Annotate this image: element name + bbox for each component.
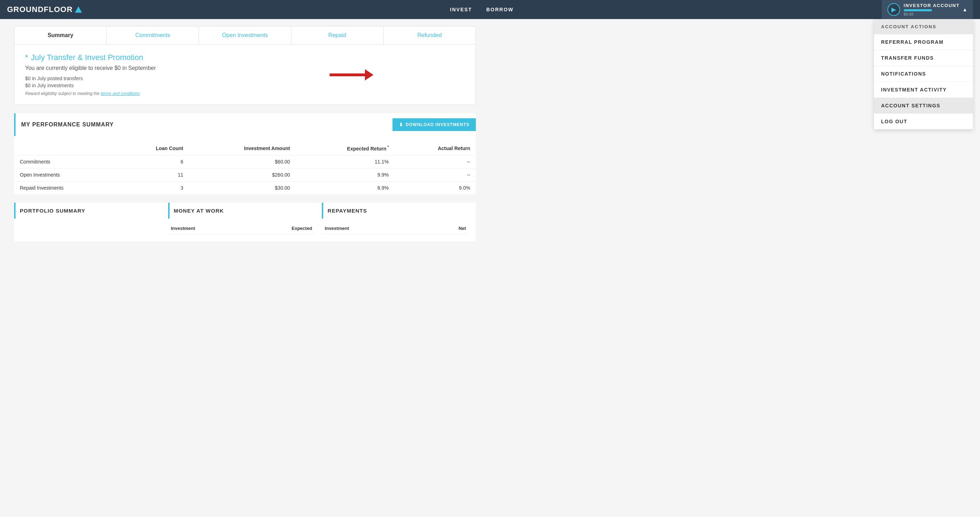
row-loan-count-2: 3 bbox=[116, 181, 189, 194]
money-at-work-table: Investment Expected bbox=[168, 223, 315, 234]
arrow-head bbox=[365, 69, 374, 81]
bottom-grid: PORTFOLIO SUMMARY MONEY AT WORK Investme… bbox=[14, 203, 476, 241]
investor-account-info: INVESTOR ACCOUNT $9.68 bbox=[904, 3, 959, 16]
row-investment-amount-1: $260.00 bbox=[189, 168, 296, 181]
portfolio-summary-section: PORTFOLIO SUMMARY bbox=[14, 203, 168, 241]
table-header-row: Loan Count Investment Amount Expected Re… bbox=[14, 142, 476, 155]
portfolio-summary-header: PORTFOLIO SUMMARY bbox=[14, 203, 161, 219]
nav-borrow[interactable]: BORROW bbox=[486, 7, 513, 13]
row-actual-return-1: -- bbox=[394, 168, 476, 181]
arrow-shaft bbox=[329, 73, 365, 76]
row-investment-amount-2: $30.00 bbox=[189, 181, 296, 194]
performance-summary-header: MY PERFORMANCE SUMMARY ⬇ DOWNLOAD INVEST… bbox=[14, 113, 476, 136]
tab-commitments[interactable]: Commitments bbox=[107, 27, 199, 44]
row-loan-count-1: 11 bbox=[116, 168, 189, 181]
logo-triangle-icon bbox=[75, 6, 82, 13]
performance-summary-title: MY PERFORMANCE SUMMARY bbox=[21, 122, 114, 128]
row-label-commitments: Commitments bbox=[14, 155, 116, 168]
investor-account-label: INVESTOR ACCOUNT bbox=[904, 3, 959, 8]
repayments-header: REPAYMENTS bbox=[322, 203, 469, 219]
repayments-col1: Investment bbox=[322, 223, 424, 234]
promo-title-text: July Transfer & Invest Promotion bbox=[31, 53, 143, 62]
col-actual-return: Actual Return bbox=[394, 142, 476, 155]
row-actual-return-2: 9.0% bbox=[394, 181, 476, 194]
dropdown-header: ACCOUNT ACTIONS bbox=[874, 19, 973, 34]
balance-bar bbox=[904, 9, 932, 11]
portfolio-summary-title: PORTFOLIO SUMMARY bbox=[20, 208, 161, 214]
header: GROUNDFLOOR INVEST BORROW ▶ INVESTOR ACC… bbox=[0, 0, 980, 19]
promo-asterisk-icon: * bbox=[25, 53, 28, 62]
repayments-title: REPAYMENTS bbox=[328, 208, 469, 214]
money-at-work-header: MONEY AT WORK bbox=[168, 203, 315, 219]
download-button-label: DOWNLOAD INVESTMENTS bbox=[406, 122, 469, 127]
money-col1: Investment bbox=[168, 223, 247, 234]
red-arrow bbox=[329, 69, 374, 81]
caret-icon: ▲ bbox=[963, 7, 967, 13]
tabs: Summary Commitments Open Investments Rep… bbox=[14, 26, 476, 44]
table-row: Open Investments 11 $260.00 9.9% -- bbox=[14, 168, 476, 181]
row-investment-amount-0: $60.00 bbox=[189, 155, 296, 168]
logo[interactable]: GROUNDFLOOR bbox=[7, 5, 82, 14]
money-col2: Expected bbox=[247, 223, 315, 234]
dropdown-transfer-funds[interactable]: TRANSFER FUNDS bbox=[874, 50, 973, 66]
dropdown-referral[interactable]: REFERRAL PROGRAM bbox=[874, 34, 973, 50]
money-at-work-header-row: Investment Expected bbox=[168, 223, 315, 234]
promo-detail-2: $0 in July investments bbox=[25, 82, 465, 88]
money-at-work-section: MONEY AT WORK Investment Expected bbox=[168, 203, 322, 241]
download-investments-button[interactable]: ⬇ DOWNLOAD INVESTMENTS bbox=[393, 118, 476, 131]
tab-refunded[interactable]: Refunded bbox=[383, 27, 476, 44]
dropdown-investment-activity[interactable]: INVESTMENT ACTIVITY bbox=[874, 82, 973, 98]
disclaimer-prefix: Reward eligibility subject to meeting th… bbox=[25, 91, 101, 96]
performance-summary-section: MY PERFORMANCE SUMMARY ⬇ DOWNLOAD INVEST… bbox=[14, 113, 476, 194]
terms-link[interactable]: terms and conditions bbox=[101, 91, 140, 96]
row-expected-return-1: 9.9% bbox=[296, 168, 394, 181]
col-investment-amount: Investment Amount bbox=[189, 142, 296, 155]
tab-open-investments[interactable]: Open Investments bbox=[199, 27, 291, 44]
col-expected-return: Expected Return * bbox=[296, 142, 394, 155]
nav-links: INVEST BORROW bbox=[450, 7, 514, 13]
col-label bbox=[14, 142, 116, 155]
dropdown-notifications[interactable]: NOTIFICATIONS bbox=[874, 66, 973, 82]
avatar: ▶ bbox=[888, 3, 900, 16]
row-loan-count-0: 6 bbox=[116, 155, 189, 168]
table-row: Repaid Investments 3 $30.00 8.9% 9.0% bbox=[14, 181, 476, 194]
repayments-section: REPAYMENTS Investment Net bbox=[322, 203, 476, 241]
row-actual-return-0: -- bbox=[394, 155, 476, 168]
dropdown-account-settings[interactable]: ACCOUNT SETTINGS bbox=[874, 98, 973, 114]
promo-section: * July Transfer & Invest Promotion You a… bbox=[14, 44, 476, 105]
promo-disclaimer: Reward eligibility subject to meeting th… bbox=[25, 91, 465, 96]
money-at-work-title: MONEY AT WORK bbox=[174, 208, 315, 214]
investor-account-button[interactable]: ▶ INVESTOR ACCOUNT $9.68 ▲ ACCOUNT ACTIO… bbox=[882, 0, 973, 19]
performance-table: Loan Count Investment Amount Expected Re… bbox=[14, 142, 476, 194]
promo-detail-1: $0 in July posted transfers bbox=[25, 76, 465, 81]
promo-subtitle: You are currently eligible to receive $0… bbox=[25, 65, 465, 71]
row-label-repaid: Repaid Investments bbox=[14, 181, 116, 194]
download-icon: ⬇ bbox=[399, 122, 403, 127]
investor-balance: $9.68 bbox=[904, 12, 959, 16]
tab-summary[interactable]: Summary bbox=[14, 27, 107, 44]
user-icon: ▶ bbox=[891, 6, 896, 13]
main-content: Summary Commitments Open Investments Rep… bbox=[0, 19, 490, 248]
promo-title: * July Transfer & Invest Promotion bbox=[25, 53, 465, 62]
row-expected-return-0: 11.1% bbox=[296, 155, 394, 168]
repayments-col2: Net bbox=[424, 223, 469, 234]
repayments-header-row: Investment Net bbox=[322, 223, 469, 234]
promo-card: * July Transfer & Invest Promotion You a… bbox=[14, 44, 476, 105]
row-label-open: Open Investments bbox=[14, 168, 116, 181]
col-loan-count: Loan Count bbox=[116, 142, 189, 155]
logo-text: GROUNDFLOOR bbox=[7, 5, 73, 14]
repayments-table: Investment Net bbox=[322, 223, 469, 234]
tab-repaid[interactable]: Repaid bbox=[291, 27, 383, 44]
row-expected-return-2: 8.9% bbox=[296, 181, 394, 194]
account-dropdown-menu: ACCOUNT ACTIONS REFERRAL PROGRAM TRANSFE… bbox=[874, 19, 973, 129]
nav-invest[interactable]: INVEST bbox=[450, 7, 473, 13]
dropdown-logout[interactable]: LOG OUT bbox=[874, 114, 973, 129]
table-row: Commitments 6 $60.00 11.1% -- bbox=[14, 155, 476, 168]
